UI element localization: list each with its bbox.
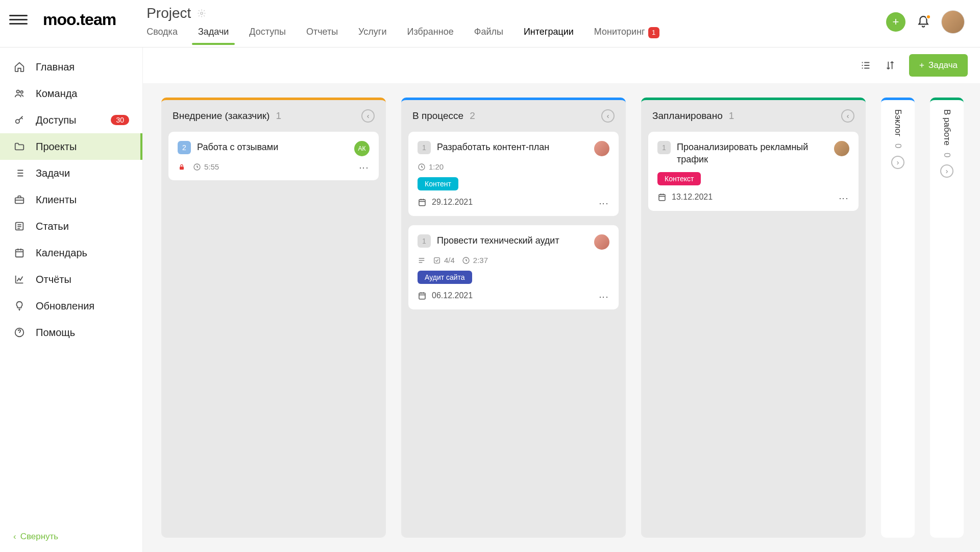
column-count: 2 — [470, 110, 475, 122]
notifications-icon[interactable] — [917, 15, 930, 29]
lock-icon — [178, 163, 186, 171]
card-title: Проанализировать рекламный трафик — [677, 141, 828, 166]
main-content: + Задача Внедрение (заказчик) 1 ‹ 2 Рабо… — [143, 47, 980, 552]
column-collapse-icon[interactable]: ‹ — [601, 109, 615, 123]
collapsed-count: 0 — [942, 153, 952, 157]
tab-4[interactable]: Услуги — [358, 27, 386, 44]
nav-list: ГлавнаяКомандаДоступы30ПроектыЗадачиКлие… — [0, 47, 142, 521]
sidebar-item-chart[interactable]: Отчёты — [0, 266, 142, 293]
task-card[interactable]: 1 Проанализировать рекламный трафик Конт… — [648, 132, 859, 211]
column-header: В процессе 2 ‹ — [401, 100, 626, 132]
expand-icon[interactable]: › — [940, 164, 953, 178]
card-more-icon[interactable]: ⋮ — [598, 293, 609, 302]
menu-toggle[interactable] — [9, 11, 28, 29]
task-card[interactable]: 1 Разработать контент-план 1:20Контент 2… — [408, 132, 619, 216]
column-1: В процессе 2 ‹ 1 Разработать контент-пла… — [401, 98, 626, 538]
home-icon — [13, 61, 26, 73]
column-title: Внедрение (заказчик) — [173, 110, 270, 122]
add-button[interactable]: + — [886, 12, 905, 32]
sidebar: ГлавнаяКомандаДоступы30ПроектыЗадачиКлие… — [0, 47, 143, 552]
column-collapse-icon[interactable]: ‹ — [361, 109, 375, 123]
sidebar-item-users[interactable]: Команда — [0, 80, 142, 107]
sidebar-item-briefcase[interactable]: Клиенты — [0, 186, 142, 213]
sidebar-item-key[interactable]: Доступы30 — [0, 107, 142, 133]
card-due-date: 29.12.2021 — [418, 198, 609, 207]
user-avatar[interactable] — [941, 10, 965, 34]
key-icon — [13, 114, 26, 126]
column-collapse-icon[interactable]: ‹ — [841, 109, 854, 123]
card-title: Провести технический аудит — [437, 234, 588, 247]
assignee-avatar — [834, 141, 849, 156]
sidebar-item-label: Проекты — [36, 141, 77, 153]
column-header: Внедрение (заказчик) 1 ‹ — [161, 100, 386, 132]
sidebar-item-bulb[interactable]: Обновления — [0, 293, 142, 319]
collapsed-column-0[interactable]: Бэклог 0 › — [881, 98, 915, 538]
add-task-button[interactable]: + Задача — [909, 54, 968, 77]
card-priority: 2 — [178, 141, 191, 154]
collapsed-count: 0 — [893, 143, 903, 148]
tab-7[interactable]: Интеграции — [524, 27, 574, 44]
card-meta: 5:55 — [178, 162, 370, 171]
card-priority: 1 — [418, 141, 431, 154]
card-meta: 4/4 2:37 — [418, 256, 609, 265]
tab-2[interactable]: Доступы — [249, 27, 286, 44]
task-card[interactable]: 2 Работа с отзывами АК 5:55⋮ — [168, 132, 379, 180]
column-2: Запланировано 1 ‹ 1 Проанализировать рек… — [641, 98, 866, 538]
sidebar-item-calendar[interactable]: Календарь — [0, 239, 142, 266]
collapse-label: Свернуть — [20, 532, 59, 542]
task-card[interactable]: 1 Провести технический аудит 4/4 2:37Ауд… — [408, 225, 619, 309]
collapsed-title: В работе — [942, 109, 952, 146]
nav-badge: 30 — [111, 115, 129, 125]
sidebar-item-article[interactable]: Статьи — [0, 213, 142, 239]
tab-8[interactable]: Мониторинг1 — [594, 27, 659, 44]
time-spent: 5:55 — [193, 162, 219, 171]
plus-icon: + — [919, 60, 924, 70]
tag: Аудит сайта — [418, 271, 472, 284]
tag: Контент — [418, 177, 458, 190]
tab-0[interactable]: Сводка — [146, 27, 178, 44]
card-tags: Контекст — [657, 172, 849, 185]
card-meta: 1:20 — [418, 162, 609, 171]
collapsed-title: Бэклог — [893, 109, 903, 136]
card-more-icon[interactable]: ⋮ — [598, 199, 609, 209]
card-more-icon[interactable]: ⋮ — [838, 194, 849, 204]
list-view-icon[interactable] — [860, 60, 871, 71]
sort-icon[interactable] — [885, 60, 896, 71]
card-priority: 1 — [657, 141, 671, 154]
card-priority: 1 — [418, 234, 431, 248]
expand-icon[interactable]: › — [891, 156, 904, 169]
tab-5[interactable]: Избранное — [407, 27, 453, 44]
column-body: 1 Разработать контент-план 1:20Контент 2… — [401, 132, 626, 317]
collapse-sidebar[interactable]: ‹ Свернуть — [0, 521, 142, 552]
project-title-row: Project — [146, 5, 886, 21]
project-tabs: СводкаЗадачиДоступыОтчетыУслугиИзбранное… — [146, 27, 886, 44]
column-0: Внедрение (заказчик) 1 ‹ 2 Работа с отзы… — [161, 98, 386, 538]
help-icon — [13, 326, 26, 339]
kanban-board: Внедрение (заказчик) 1 ‹ 2 Работа с отзы… — [143, 83, 980, 552]
description-icon — [418, 256, 426, 265]
assignee-avatar — [594, 234, 609, 250]
column-body: 2 Работа с отзывами АК 5:55⋮ — [161, 132, 386, 187]
sidebar-item-label: Календарь — [36, 247, 87, 259]
add-task-label: Задача — [928, 60, 958, 70]
column-count: 1 — [729, 110, 734, 122]
sidebar-item-list[interactable]: Задачи — [0, 160, 142, 186]
tab-6[interactable]: Файлы — [474, 27, 503, 44]
sidebar-item-folder[interactable]: Проекты — [0, 133, 142, 160]
column-header: Запланировано 1 ‹ — [641, 100, 866, 132]
collapsed-column-1[interactable]: В работе 0 › — [930, 98, 964, 538]
logo: moo.team — [43, 10, 116, 29]
sidebar-item-label: Обновления — [36, 300, 94, 312]
card-more-icon[interactable]: ⋮ — [358, 163, 370, 173]
notification-dot — [926, 14, 931, 19]
tab-1[interactable]: Задачи — [198, 27, 229, 44]
sidebar-item-help[interactable]: Помощь — [0, 319, 142, 346]
card-due-date: 13.12.2021 — [657, 193, 849, 202]
tab-3[interactable]: Отчеты — [306, 27, 338, 44]
gear-icon[interactable] — [197, 9, 206, 18]
card-title: Разработать контент-план — [437, 141, 588, 153]
calendar-icon — [13, 247, 26, 259]
sidebar-item-home[interactable]: Главная — [0, 54, 142, 80]
card-tags: Аудит сайта — [418, 271, 609, 284]
users-icon — [13, 87, 26, 100]
